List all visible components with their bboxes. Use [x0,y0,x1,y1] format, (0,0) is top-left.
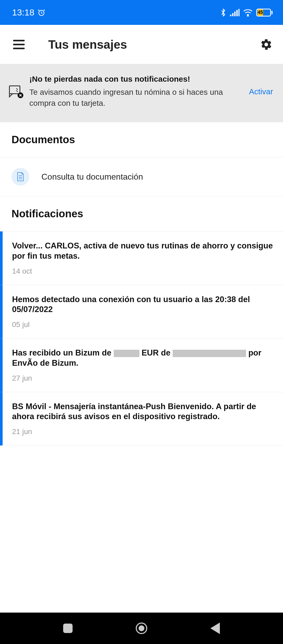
notification-list: Volver... CARLOS, activa de nuevo tus ru… [0,231,283,446]
notification-item[interactable]: Has recibido un Bizum de EUR de por EnvÃ… [0,338,283,392]
documentos-header: Documentos [0,122,283,157]
notification-date: 27 jun [12,374,274,382]
settings-icon[interactable] [260,38,273,51]
notification-item[interactable]: BS Móvil - Mensajería instantánea-Push B… [0,392,283,446]
cellular-signal-icon [230,9,240,16]
notifications-banner: ¡No te pierdas nada con tus notificacion… [0,64,283,122]
notification-title: Has recibido un Bizum de EUR de por EnvÃ… [12,348,274,368]
svg-rect-1 [230,15,231,16]
status-left: 13:18 [12,7,45,18]
menu-icon[interactable] [13,40,25,49]
status-bar: 13:18 45 [0,0,283,25]
battery-fill: 45 [258,9,263,16]
chat-notification-icon [8,84,24,99]
battery-percent: 45 [258,10,263,15]
back-button[interactable] [210,623,220,634]
banner-title: ¡No te pierdas nada con tus notificacion… [29,75,238,84]
svg-point-6 [247,15,248,16]
system-nav-bar [0,613,283,644]
document-icon [17,172,24,181]
svg-rect-2 [232,13,233,16]
redacted-text [173,350,246,357]
svg-rect-5 [238,9,240,16]
notification-date: 21 jun [12,428,274,436]
document-icon-wrap [12,168,29,186]
bluetooth-icon [220,8,226,17]
notificaciones-header: Notificaciones [0,196,283,231]
notification-item[interactable]: Volver... CARLOS, activa de nuevo tus ru… [0,231,283,285]
app-bar: Tus mensajes [0,25,283,64]
notification-title: BS Móvil - Mensajería instantánea-Push B… [12,402,274,422]
notification-title: Volver... CARLOS, activa de nuevo tus ru… [12,241,274,261]
notificaciones-title: Notificaciones [12,208,271,220]
recent-apps-button[interactable] [63,624,73,633]
document-row-label: Consulta tu documentación [41,172,143,182]
banner-description: Te avisamos cuando ingresan tu nómina o … [29,87,238,109]
svg-rect-4 [236,10,238,16]
notification-date: 05 jul [12,320,274,329]
activate-button[interactable]: Activar [249,87,275,96]
status-time: 13:18 [12,7,34,18]
page-title: Tus mensajes [48,37,260,52]
home-button[interactable] [136,623,147,634]
notification-date: 14 oct [12,267,274,275]
documentos-title: Documentos [12,134,271,146]
battery-indicator: 45 [256,9,273,16]
consult-documentation-row[interactable]: Consulta tu documentación [0,157,283,196]
redacted-text [114,350,139,357]
notification-title: Hemos detectado una conexión con tu usua… [12,295,274,315]
notification-item[interactable]: Hemos detectado una conexión con tu usua… [0,285,283,339]
alarm-icon [37,9,45,16]
wifi-icon [243,9,253,16]
svg-rect-3 [234,12,236,16]
svg-rect-7 [9,86,20,94]
status-right: 45 [220,8,273,17]
